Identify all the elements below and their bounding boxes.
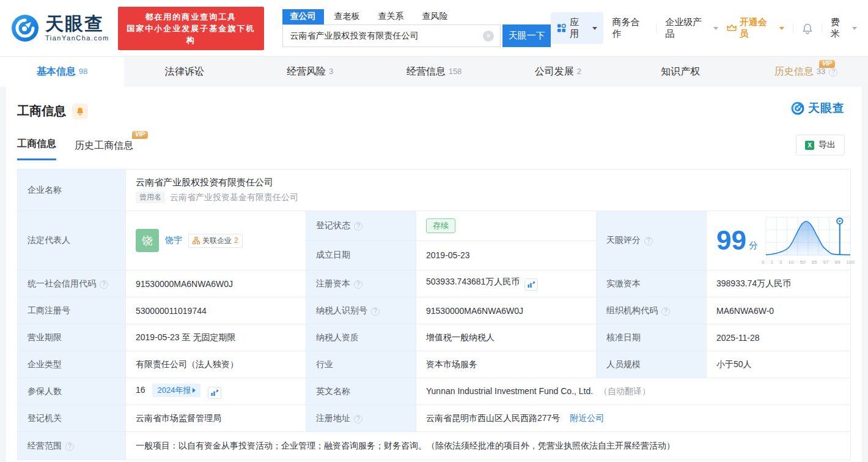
score-ticks: 0131050859799100: [760, 259, 856, 265]
search-input[interactable]: [283, 25, 501, 47]
table-row: 工商注册号 530000011019744 纳税人识别号 91530000MA6…: [18, 297, 851, 324]
subtabs-row: 工商信息 VIP 历史工商信息 导出: [17, 138, 851, 160]
business-info-table: 企业名称 云南省产业股权投资有限责任公司 曾用名 云南省产业投资基金有限责任公司…: [17, 169, 851, 460]
former-name: 云南省产业投资基金有限责任公司: [170, 192, 298, 203]
help-icon[interactable]: [354, 280, 362, 289]
taxpayer-no-cell: 91530000MA6NWA6W0J: [416, 297, 597, 324]
nav-user-label: 费米: [831, 17, 848, 40]
help-icon[interactable]: [829, 68, 837, 76]
help-icon[interactable]: [354, 222, 362, 231]
tab-operational-risk[interactable]: 经营风险 3: [248, 57, 372, 87]
chevron-down-icon: [852, 27, 857, 30]
tab-company-development[interactable]: 公司发展 2: [496, 57, 620, 87]
help-icon[interactable]: [65, 442, 74, 451]
chevron-down-icon: [592, 27, 597, 30]
taxpayer-no-label: 纳税人识别号: [306, 297, 416, 324]
tab-historical-info[interactable]: VIP 历史信息 33: [744, 57, 868, 87]
help-icon[interactable]: [371, 307, 380, 316]
promo-line2: 国家中小企业发展子基金旗下机构: [124, 23, 258, 46]
nav-open-vip[interactable]: 开通会员: [727, 17, 784, 40]
tab-business-info[interactable]: 经营信息 158: [372, 57, 496, 87]
company-name: 云南省产业股权投资有限责任公司: [136, 177, 840, 188]
logo-text: 天眼查 TianYanCha.com: [45, 15, 109, 42]
search-tab-relation[interactable]: 查关系: [370, 9, 412, 24]
nearby-companies-link[interactable]: 附近公司: [570, 413, 604, 423]
search-tab-company[interactable]: 查公司: [282, 9, 324, 24]
score-distribution-chart[interactable]: 0131050859799100: [760, 216, 856, 265]
tab-basic-info[interactable]: 基本信息 98: [0, 57, 124, 87]
auto-translate-note: （自动翻译）: [599, 386, 650, 396]
nav-enterprise-label: 企业级产品: [665, 17, 709, 40]
tianyancha-logo[interactable]: 天眼查 TianYanCha.com: [11, 14, 109, 42]
table-row: 经营范围 一般项目：以自有资金从事投资活动；企业管理；融资咨询服务；财务咨询。（…: [18, 432, 851, 460]
divider: [656, 23, 657, 33]
nav-apps[interactable]: 应用: [551, 12, 603, 44]
help-icon[interactable]: [661, 307, 670, 316]
reg-status-label: 登记状态: [306, 211, 416, 241]
watermark-label: 天眼查: [808, 100, 845, 116]
score-value: 99: [716, 227, 746, 254]
establish-date-cell: 2019-05-23: [416, 240, 597, 270]
top-header: 天眼查 TianYanCha.com 都在用的商业查询工具 国家中小企业发展子基…: [0, 0, 868, 56]
help-icon[interactable]: [354, 415, 362, 423]
nav-cooperation[interactable]: 商务合作: [612, 17, 647, 40]
subtab-business-info[interactable]: 工商信息: [17, 138, 56, 160]
legal-rep-link[interactable]: 饶宇: [165, 235, 182, 246]
logo-domain: TianYanCha.com: [45, 34, 109, 42]
legal-rep-cell: 饶 饶宇 关联企业 2: [126, 211, 306, 270]
tianyancha-logo-icon: [11, 14, 39, 42]
section-head: 工商信息 天眼查: [17, 103, 851, 119]
reg-capital-label: 注册资本: [306, 270, 416, 297]
reg-capital-cell: 503933.743681万人民币: [416, 270, 597, 297]
search-tab-boss[interactable]: 查老板: [326, 9, 368, 24]
help-icon[interactable]: [644, 237, 653, 245]
annual-report-badge[interactable]: 2024年报: [152, 384, 200, 397]
insured-trend-icon[interactable]: [208, 387, 221, 399]
business-scope-label: 经营范围: [18, 432, 126, 460]
table-row: 统一社会信用代码 91530000MA6NWA6W0J 注册资本 503933.…: [18, 270, 851, 297]
nav-enterprise[interactable]: 企业级产品: [665, 17, 718, 40]
reg-address-cell: 云南省昆明市西山区人民西路277号 附近公司: [416, 405, 851, 432]
subscribe-bell-icon[interactable]: [72, 103, 88, 119]
related-companies-badge[interactable]: 关联企业 2: [188, 234, 243, 248]
main-tabs: 基本信息 98 法律诉讼 经营风险 3 经营信息 158 公司发展 2 知识产权…: [0, 56, 868, 87]
english-name-label: 英文名称: [306, 378, 416, 405]
tab-legal-proceedings[interactable]: 法律诉讼: [124, 57, 248, 87]
tianyancha-watermark-icon: [791, 102, 804, 115]
company-name-cell: 云南省产业股权投资有限责任公司 曾用名 云南省产业投资基金有限责任公司: [126, 170, 851, 211]
reg-status-cell: 存续: [416, 211, 597, 241]
approve-date-cell: 2025-11-28: [707, 324, 851, 351]
org-code-cell: MA6NWA6W-0: [707, 297, 851, 324]
crown-icon: [727, 24, 737, 32]
english-name-cell: Yunnan Industrial Investment Fund Co., L…: [416, 378, 851, 405]
help-icon[interactable]: [100, 280, 108, 289]
business-term-cell: 2019-05-23 至 无固定期限: [126, 324, 306, 351]
notification-bell-icon[interactable]: [802, 23, 813, 34]
tab-intellectual-property[interactable]: 知识产权: [620, 57, 744, 87]
table-row: 营业期限 2019-05-23 至 无固定期限 纳税人资质 增值税一般纳税人 核…: [18, 324, 851, 351]
chevron-down-icon: [713, 27, 718, 30]
table-row: 参保人数 16 2024年报 英文名称 Yunnan Industrial In…: [18, 378, 851, 405]
status-badge: 存续: [426, 218, 455, 233]
avatar[interactable]: 饶: [136, 229, 159, 252]
vip-badge: VIP: [132, 131, 148, 139]
reg-no-cell: 530000011019744: [126, 297, 306, 324]
approve-date-label: 核准日期: [597, 324, 707, 351]
promo-badge: 都在用的商业查询工具 国家中小企业发展子基金旗下机构: [118, 7, 264, 50]
table-row: 企业类型 有限责任公司（法人独资） 行业 资本市场服务 人员规模 小于50人: [18, 351, 851, 378]
search-tab-risk[interactable]: 查风险: [414, 9, 456, 24]
industry-label: 行业: [306, 351, 416, 378]
reg-address-label: 注册地址: [306, 405, 416, 432]
insured-num-cell: 16 2024年报: [126, 378, 306, 405]
capital-trend-icon[interactable]: [524, 278, 538, 291]
company-name-label: 企业名称: [18, 170, 126, 211]
tianyancha-watermark: 天眼查: [791, 100, 845, 116]
subtab-history-business-info[interactable]: VIP 历史工商信息: [75, 140, 133, 160]
reg-authority-label: 登记机关: [18, 405, 126, 432]
search-button[interactable]: 天眼一下: [502, 24, 551, 47]
search-tabs: 查公司 查老板 查关系 查风险: [282, 9, 551, 24]
logo-title: 天眼查: [45, 15, 109, 33]
nav-user[interactable]: 费米: [831, 17, 857, 40]
nav-apps-label: 应用: [570, 17, 587, 40]
export-button[interactable]: 导出: [796, 135, 845, 155]
